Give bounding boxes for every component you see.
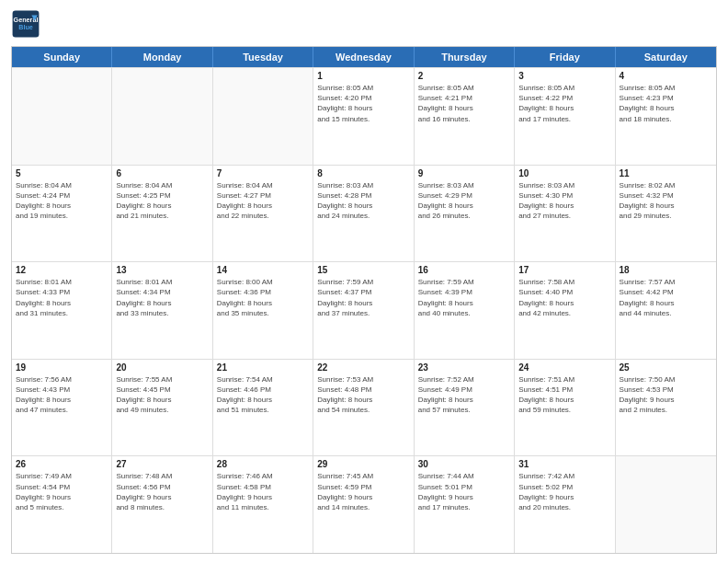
cell-info: Sunrise: 8:05 AM Sunset: 4:20 PM Dayligh… [317,83,409,124]
cell-day-number: 24 [518,362,610,373]
cell-info: Sunrise: 7:46 AM Sunset: 4:58 PM Dayligh… [217,471,309,512]
calendar-cell-18: 18Sunrise: 7:57 AM Sunset: 4:42 PM Dayli… [616,262,716,359]
calendar-cell-8: 8Sunrise: 8:03 AM Sunset: 4:28 PM Daylig… [313,166,414,262]
calendar-cell-2: 2Sunrise: 8:05 AM Sunset: 4:21 PM Daylig… [415,68,515,165]
header-day-sunday: Sunday [12,47,112,67]
cell-day-number: 8 [317,168,409,178]
logo: General Blue [11,9,40,39]
cell-info: Sunrise: 7:49 AM Sunset: 4:54 PM Dayligh… [16,471,108,512]
cell-info: Sunrise: 7:48 AM Sunset: 4:56 PM Dayligh… [116,471,208,512]
header-day-monday: Monday [112,47,212,67]
cell-day-number: 14 [217,265,309,275]
cell-day-number: 15 [317,265,409,275]
calendar-cell-empty-0-1 [112,68,212,165]
cell-info: Sunrise: 8:03 AM Sunset: 4:29 PM Dayligh… [418,180,510,222]
calendar-cell-29: 29Sunrise: 7:45 AM Sunset: 4:59 PM Dayli… [313,456,414,553]
calendar-cell-30: 30Sunrise: 7:44 AM Sunset: 5:01 PM Dayli… [415,456,515,553]
cell-day-number: 31 [518,459,610,469]
cell-day-number: 3 [518,71,610,81]
cell-day-number: 16 [418,265,510,275]
cell-day-number: 10 [518,168,610,178]
calendar-cell-20: 20Sunrise: 7:55 AM Sunset: 4:45 PM Dayli… [112,360,212,456]
cell-info: Sunrise: 7:52 AM Sunset: 4:49 PM Dayligh… [418,374,510,416]
cell-day-number: 9 [418,168,510,178]
cell-info: Sunrise: 8:03 AM Sunset: 4:28 PM Dayligh… [317,180,409,222]
calendar-cell-22: 22Sunrise: 7:53 AM Sunset: 4:48 PM Dayli… [313,360,414,456]
calendar-cell-11: 11Sunrise: 8:02 AM Sunset: 4:32 PM Dayli… [616,166,716,262]
calendar-cell-14: 14Sunrise: 8:00 AM Sunset: 4:36 PM Dayli… [213,262,313,359]
calendar-cell-24: 24Sunrise: 7:51 AM Sunset: 4:51 PM Dayli… [515,360,615,456]
calendar-row-2: 12Sunrise: 8:01 AM Sunset: 4:33 PM Dayli… [12,261,716,359]
cell-info: Sunrise: 8:00 AM Sunset: 4:36 PM Dayligh… [217,277,309,318]
cell-info: Sunrise: 7:51 AM Sunset: 4:51 PM Dayligh… [518,374,610,416]
cell-day-number: 25 [620,362,712,373]
calendar-cell-7: 7Sunrise: 8:04 AM Sunset: 4:27 PM Daylig… [213,166,313,262]
logo-icon: General Blue [11,9,40,39]
cell-info: Sunrise: 7:45 AM Sunset: 4:59 PM Dayligh… [317,471,409,512]
calendar-cell-21: 21Sunrise: 7:54 AM Sunset: 4:46 PM Dayli… [213,360,313,456]
header-day-friday: Friday [515,47,615,67]
calendar-row-0: 1Sunrise: 8:05 AM Sunset: 4:20 PM Daylig… [12,67,716,165]
calendar-cell-3: 3Sunrise: 8:05 AM Sunset: 4:22 PM Daylig… [515,68,615,165]
cell-info: Sunrise: 7:54 AM Sunset: 4:46 PM Dayligh… [217,374,309,416]
cell-info: Sunrise: 8:05 AM Sunset: 4:21 PM Dayligh… [418,83,510,124]
svg-text:Blue: Blue [18,23,33,31]
calendar-cell-23: 23Sunrise: 7:52 AM Sunset: 4:49 PM Dayli… [415,360,515,456]
cell-info: Sunrise: 8:03 AM Sunset: 4:30 PM Dayligh… [518,180,610,222]
cell-info: Sunrise: 7:56 AM Sunset: 4:43 PM Dayligh… [16,374,108,416]
header-day-tuesday: Tuesday [213,47,313,67]
cell-day-number: 17 [518,265,610,275]
cell-day-number: 5 [16,168,108,178]
calendar-header: SundayMondayTuesdayWednesdayThursdayFrid… [12,47,716,67]
calendar-cell-5: 5Sunrise: 8:04 AM Sunset: 4:24 PM Daylig… [12,166,112,262]
cell-info: Sunrise: 7:55 AM Sunset: 4:45 PM Dayligh… [116,374,208,416]
calendar-cell-12: 12Sunrise: 8:01 AM Sunset: 4:33 PM Dayli… [12,262,112,359]
cell-day-number: 28 [217,459,309,469]
calendar-cell-13: 13Sunrise: 8:01 AM Sunset: 4:34 PM Dayli… [112,262,212,359]
calendar-body: 1Sunrise: 8:05 AM Sunset: 4:20 PM Daylig… [12,67,716,553]
calendar-cell-10: 10Sunrise: 8:03 AM Sunset: 4:30 PM Dayli… [515,166,615,262]
cell-day-number: 1 [317,71,409,81]
header-day-wednesday: Wednesday [313,47,414,67]
cell-info: Sunrise: 8:04 AM Sunset: 4:27 PM Dayligh… [217,180,309,222]
cell-day-number: 7 [217,168,309,178]
cell-day-number: 22 [317,362,409,373]
cell-day-number: 2 [418,71,510,81]
calendar-cell-25: 25Sunrise: 7:50 AM Sunset: 4:53 PM Dayli… [616,360,716,456]
cell-day-number: 27 [116,459,208,469]
cell-info: Sunrise: 8:05 AM Sunset: 4:22 PM Dayligh… [518,83,610,124]
cell-info: Sunrise: 7:53 AM Sunset: 4:48 PM Dayligh… [317,374,409,416]
page: General Blue SundayMondayTuesdayWednesda… [0,0,728,563]
calendar-cell-6: 6Sunrise: 8:04 AM Sunset: 4:25 PM Daylig… [112,166,212,262]
cell-info: Sunrise: 8:01 AM Sunset: 4:33 PM Dayligh… [16,277,108,318]
cell-day-number: 23 [418,362,510,373]
cell-day-number: 30 [418,459,510,469]
cell-info: Sunrise: 8:01 AM Sunset: 4:34 PM Dayligh… [116,277,208,318]
cell-day-number: 21 [217,362,309,373]
cell-info: Sunrise: 8:05 AM Sunset: 4:23 PM Dayligh… [620,83,712,124]
cell-info: Sunrise: 7:42 AM Sunset: 5:02 PM Dayligh… [518,471,610,512]
cell-info: Sunrise: 7:57 AM Sunset: 4:42 PM Dayligh… [620,277,712,318]
calendar-row-4: 26Sunrise: 7:49 AM Sunset: 4:54 PM Dayli… [12,455,716,553]
cell-day-number: 13 [116,265,208,275]
calendar-cell-26: 26Sunrise: 7:49 AM Sunset: 4:54 PM Dayli… [12,456,112,553]
calendar-row-3: 19Sunrise: 7:56 AM Sunset: 4:43 PM Dayli… [12,359,716,456]
calendar-cell-4: 4Sunrise: 8:05 AM Sunset: 4:23 PM Daylig… [616,68,716,165]
cell-day-number: 29 [317,459,409,469]
cell-info: Sunrise: 8:04 AM Sunset: 4:24 PM Dayligh… [16,180,108,222]
calendar-cell-1: 1Sunrise: 8:05 AM Sunset: 4:20 PM Daylig… [313,68,414,165]
calendar-cell-28: 28Sunrise: 7:46 AM Sunset: 4:58 PM Dayli… [213,456,313,553]
calendar-row-1: 5Sunrise: 8:04 AM Sunset: 4:24 PM Daylig… [12,165,716,262]
calendar-cell-19: 19Sunrise: 7:56 AM Sunset: 4:43 PM Dayli… [12,360,112,456]
calendar-cell-16: 16Sunrise: 7:59 AM Sunset: 4:39 PM Dayli… [415,262,515,359]
cell-info: Sunrise: 8:04 AM Sunset: 4:25 PM Dayligh… [116,180,208,222]
header: General Blue [11,9,717,39]
calendar-cell-31: 31Sunrise: 7:42 AM Sunset: 5:02 PM Dayli… [515,456,615,553]
cell-day-number: 11 [620,168,712,178]
cell-info: Sunrise: 7:44 AM Sunset: 5:01 PM Dayligh… [418,471,510,512]
header-day-saturday: Saturday [616,47,716,67]
calendar-cell-27: 27Sunrise: 7:48 AM Sunset: 4:56 PM Dayli… [112,456,212,553]
cell-info: Sunrise: 8:02 AM Sunset: 4:32 PM Dayligh… [620,180,712,222]
cell-day-number: 18 [620,265,712,275]
header-day-thursday: Thursday [415,47,515,67]
